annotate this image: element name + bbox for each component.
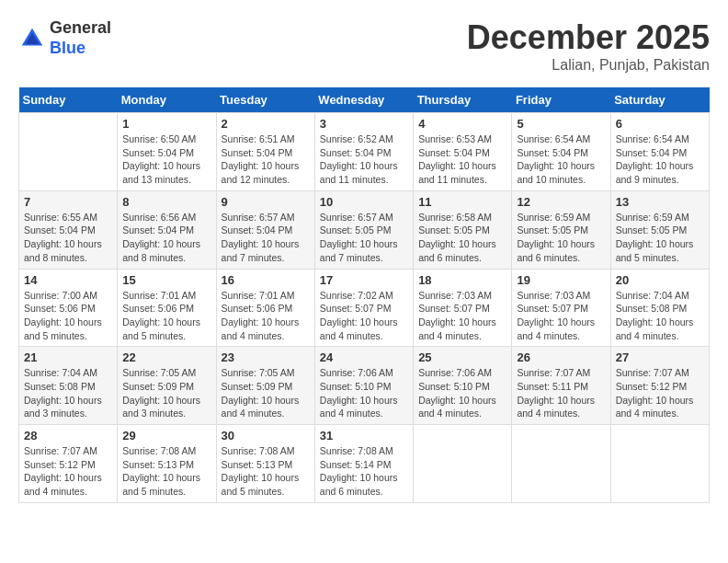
day-number: 24 <box>320 350 408 364</box>
calendar-cell: 12Sunrise: 6:59 AM Sunset: 5:05 PM Dayli… <box>512 190 610 269</box>
day-info: Sunrise: 6:54 AM Sunset: 5:04 PM Dayligh… <box>517 132 605 187</box>
calendar-week-5: 28Sunrise: 7:07 AM Sunset: 5:12 PM Dayli… <box>19 425 710 503</box>
day-number: 5 <box>517 117 605 131</box>
header-friday: Friday <box>512 87 610 113</box>
day-info: Sunrise: 7:08 AM Sunset: 5:13 PM Dayligh… <box>222 444 310 499</box>
calendar-week-4: 21Sunrise: 7:04 AM Sunset: 5:08 PM Dayli… <box>19 347 710 425</box>
calendar-week-2: 7Sunrise: 6:55 AM Sunset: 5:04 PM Daylig… <box>19 190 710 269</box>
day-info: Sunrise: 6:59 AM Sunset: 5:05 PM Dayligh… <box>616 211 704 265</box>
calendar-cell: 10Sunrise: 6:57 AM Sunset: 5:05 PM Dayli… <box>314 190 413 269</box>
day-info: Sunrise: 7:05 AM Sunset: 5:09 PM Dayligh… <box>222 366 310 420</box>
day-number: 21 <box>24 350 112 364</box>
day-info: Sunrise: 6:55 AM Sunset: 5:04 PM Dayligh… <box>24 211 112 265</box>
calendar-cell: 29Sunrise: 7:08 AM Sunset: 5:13 PM Dayli… <box>118 425 216 503</box>
day-number: 8 <box>122 195 210 209</box>
day-number: 20 <box>616 273 704 287</box>
calendar-cell: 14Sunrise: 7:00 AM Sunset: 5:06 PM Dayli… <box>19 269 118 347</box>
logo-icon <box>18 25 46 52</box>
day-info: Sunrise: 7:01 AM Sunset: 5:06 PM Dayligh… <box>122 289 210 343</box>
month-title: December 2025 <box>467 18 710 57</box>
day-number: 13 <box>616 195 704 209</box>
day-info: Sunrise: 6:50 AM Sunset: 5:04 PM Dayligh… <box>122 132 210 187</box>
day-number: 16 <box>222 273 310 287</box>
calendar-cell: 31Sunrise: 7:08 AM Sunset: 5:14 PM Dayli… <box>314 425 413 503</box>
day-number: 15 <box>122 273 210 287</box>
day-info: Sunrise: 7:04 AM Sunset: 5:08 PM Dayligh… <box>616 289 704 343</box>
calendar-cell: 22Sunrise: 7:05 AM Sunset: 5:09 PM Dayli… <box>118 347 216 425</box>
calendar-cell <box>512 425 610 503</box>
calendar-cell <box>19 113 118 191</box>
day-info: Sunrise: 7:06 AM Sunset: 5:10 PM Dayligh… <box>320 366 408 420</box>
day-info: Sunrise: 7:07 AM Sunset: 5:12 PM Dayligh… <box>616 366 704 420</box>
day-number: 7 <box>24 195 112 209</box>
day-info: Sunrise: 6:56 AM Sunset: 5:04 PM Dayligh… <box>122 211 210 265</box>
calendar-cell: 9Sunrise: 6:57 AM Sunset: 5:04 PM Daylig… <box>216 190 314 269</box>
day-info: Sunrise: 6:57 AM Sunset: 5:05 PM Dayligh… <box>320 211 408 265</box>
day-info: Sunrise: 6:59 AM Sunset: 5:05 PM Dayligh… <box>517 211 605 265</box>
day-number: 25 <box>418 350 506 364</box>
calendar-cell: 24Sunrise: 7:06 AM Sunset: 5:10 PM Dayli… <box>314 347 413 425</box>
day-info: Sunrise: 7:00 AM Sunset: 5:06 PM Dayligh… <box>24 289 112 343</box>
calendar-cell: 15Sunrise: 7:01 AM Sunset: 5:06 PM Dayli… <box>118 269 216 347</box>
logo: General Blue <box>18 18 111 58</box>
header-wednesday: Wednesday <box>314 87 413 113</box>
day-number: 1 <box>122 117 210 131</box>
day-number: 17 <box>320 273 408 287</box>
day-info: Sunrise: 7:04 AM Sunset: 5:08 PM Dayligh… <box>24 366 112 420</box>
day-number: 27 <box>616 350 704 364</box>
day-info: Sunrise: 7:07 AM Sunset: 5:12 PM Dayligh… <box>24 444 112 499</box>
day-number: 22 <box>122 350 210 364</box>
calendar-cell: 13Sunrise: 6:59 AM Sunset: 5:05 PM Dayli… <box>610 190 709 269</box>
calendar-cell: 18Sunrise: 7:03 AM Sunset: 5:07 PM Dayli… <box>414 269 512 347</box>
header-saturday: Saturday <box>610 87 709 113</box>
day-info: Sunrise: 7:08 AM Sunset: 5:13 PM Dayligh… <box>122 444 210 499</box>
day-number: 26 <box>517 350 605 364</box>
header-monday: Monday <box>118 87 216 113</box>
day-number: 29 <box>122 429 210 442</box>
day-number: 18 <box>418 273 506 287</box>
header-tuesday: Tuesday <box>216 87 314 113</box>
day-number: 28 <box>24 429 112 442</box>
day-info: Sunrise: 6:52 AM Sunset: 5:04 PM Dayligh… <box>320 132 408 187</box>
day-number: 14 <box>24 273 112 287</box>
calendar-cell: 17Sunrise: 7:02 AM Sunset: 5:07 PM Dayli… <box>314 269 413 347</box>
calendar-week-3: 14Sunrise: 7:00 AM Sunset: 5:06 PM Dayli… <box>19 269 710 347</box>
calendar-week-1: 1Sunrise: 6:50 AM Sunset: 5:04 PM Daylig… <box>19 113 710 191</box>
day-info: Sunrise: 6:58 AM Sunset: 5:05 PM Dayligh… <box>418 211 506 265</box>
day-number: 30 <box>222 429 310 442</box>
calendar-cell: 25Sunrise: 7:06 AM Sunset: 5:10 PM Dayli… <box>414 347 512 425</box>
day-number: 9 <box>222 195 310 209</box>
day-info: Sunrise: 7:08 AM Sunset: 5:14 PM Dayligh… <box>320 444 408 499</box>
day-info: Sunrise: 7:03 AM Sunset: 5:07 PM Dayligh… <box>418 289 506 343</box>
calendar-cell <box>414 425 512 503</box>
calendar-cell: 19Sunrise: 7:03 AM Sunset: 5:07 PM Dayli… <box>512 269 610 347</box>
calendar-cell: 30Sunrise: 7:08 AM Sunset: 5:13 PM Dayli… <box>216 425 314 503</box>
calendar-cell: 26Sunrise: 7:07 AM Sunset: 5:11 PM Dayli… <box>512 347 610 425</box>
day-info: Sunrise: 7:03 AM Sunset: 5:07 PM Dayligh… <box>517 289 605 343</box>
day-number: 4 <box>418 117 506 131</box>
title-block: December 2025 Lalian, Punjab, Pakistan <box>467 18 710 74</box>
day-info: Sunrise: 7:01 AM Sunset: 5:06 PM Dayligh… <box>222 289 310 343</box>
calendar-cell: 2Sunrise: 6:51 AM Sunset: 5:04 PM Daylig… <box>216 113 314 191</box>
day-number: 31 <box>320 429 408 442</box>
calendar-cell: 28Sunrise: 7:07 AM Sunset: 5:12 PM Dayli… <box>19 425 118 503</box>
logo-blue: Blue <box>50 39 85 57</box>
calendar-cell: 4Sunrise: 6:53 AM Sunset: 5:04 PM Daylig… <box>414 113 512 191</box>
day-number: 10 <box>320 195 408 209</box>
day-number: 23 <box>222 350 310 364</box>
calendar-cell: 16Sunrise: 7:01 AM Sunset: 5:06 PM Dayli… <box>216 269 314 347</box>
day-number: 12 <box>517 195 605 209</box>
location: Lalian, Punjab, Pakistan <box>467 57 710 74</box>
day-info: Sunrise: 7:06 AM Sunset: 5:10 PM Dayligh… <box>418 366 506 420</box>
day-info: Sunrise: 7:05 AM Sunset: 5:09 PM Dayligh… <box>122 366 210 420</box>
day-info: Sunrise: 6:57 AM Sunset: 5:04 PM Dayligh… <box>222 211 310 265</box>
day-info: Sunrise: 6:54 AM Sunset: 5:04 PM Dayligh… <box>616 132 704 187</box>
calendar-cell: 8Sunrise: 6:56 AM Sunset: 5:04 PM Daylig… <box>118 190 216 269</box>
logo-general: General <box>50 18 111 37</box>
calendar-cell: 20Sunrise: 7:04 AM Sunset: 5:08 PM Dayli… <box>610 269 709 347</box>
calendar-cell: 21Sunrise: 7:04 AM Sunset: 5:08 PM Dayli… <box>19 347 118 425</box>
calendar-cell: 27Sunrise: 7:07 AM Sunset: 5:12 PM Dayli… <box>610 347 709 425</box>
day-number: 19 <box>517 273 605 287</box>
calendar-cell: 6Sunrise: 6:54 AM Sunset: 5:04 PM Daylig… <box>610 113 709 191</box>
calendar-cell: 1Sunrise: 6:50 AM Sunset: 5:04 PM Daylig… <box>118 113 216 191</box>
